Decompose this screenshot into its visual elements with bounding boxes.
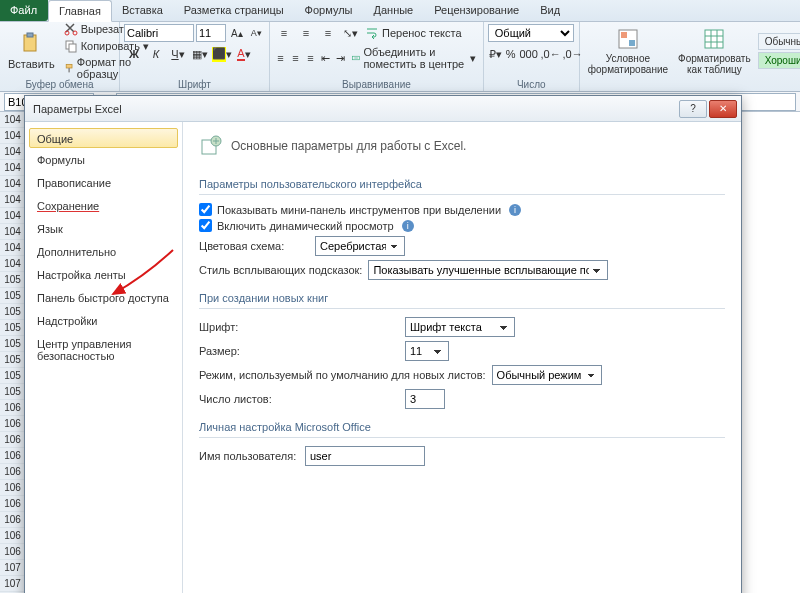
- style-good[interactable]: Хороший: [758, 52, 800, 69]
- align-bottom-button[interactable]: ≡: [318, 24, 338, 42]
- nav-item-надстройки[interactable]: Надстройки: [29, 310, 178, 332]
- default-font-select[interactable]: Шрифт текста: [405, 317, 515, 337]
- lbl-view: Режим, используемый по умолчанию для нов…: [199, 369, 486, 381]
- indent-increase-button[interactable]: ⇥: [334, 49, 347, 67]
- row-header-cell[interactable]: 105: [0, 320, 25, 336]
- username-input[interactable]: [305, 446, 425, 466]
- align-middle-button[interactable]: ≡: [296, 24, 316, 42]
- row-header-cell[interactable]: 106: [0, 416, 25, 432]
- row-header-cell[interactable]: 104: [0, 208, 25, 224]
- row-header-cell[interactable]: 105: [0, 304, 25, 320]
- row-header-cell[interactable]: 104: [0, 144, 25, 160]
- info-icon[interactable]: i: [509, 204, 521, 216]
- default-size-select[interactable]: 11: [405, 341, 449, 361]
- nav-item-центр-управления-безопасностью[interactable]: Центр управления безопасностью: [29, 333, 178, 367]
- align-center-button[interactable]: ≡: [289, 49, 302, 67]
- row-header-cell[interactable]: 106: [0, 400, 25, 416]
- number-format-combo[interactable]: Общий: [488, 24, 574, 42]
- row-header-cell[interactable]: 105: [0, 384, 25, 400]
- italic-button[interactable]: К: [146, 45, 166, 63]
- row-header-cell[interactable]: 105: [0, 272, 25, 288]
- tab-page-layout[interactable]: Разметка страницы: [174, 0, 295, 21]
- conditional-formatting-button[interactable]: Условное форматирование: [584, 25, 672, 77]
- row-header-cell[interactable]: 106: [0, 464, 25, 480]
- row-header-cell[interactable]: 104: [0, 192, 25, 208]
- nav-item-правописание[interactable]: Правописание: [29, 172, 178, 194]
- info-icon[interactable]: i: [402, 220, 414, 232]
- nav-item-общие[interactable]: Общие: [29, 128, 178, 148]
- style-normal[interactable]: Обычный: [758, 33, 800, 50]
- underline-button[interactable]: Ч▾: [168, 45, 188, 63]
- tab-review[interactable]: Рецензирование: [424, 0, 530, 21]
- dialog-titlebar[interactable]: Параметры Excel ? ✕: [25, 96, 741, 122]
- nav-item-дополнительно[interactable]: Дополнительно: [29, 241, 178, 263]
- merge-center-button[interactable]: Объединить и поместить в центре ▾: [349, 45, 479, 71]
- row-header-cell[interactable]: 106: [0, 480, 25, 496]
- indent-decrease-button[interactable]: ⇤: [319, 49, 332, 67]
- row-header-cell[interactable]: 106: [0, 544, 25, 560]
- chk-live-preview[interactable]: [199, 219, 212, 232]
- sheet-count-spinner[interactable]: [405, 389, 445, 409]
- font-name-combo[interactable]: [124, 24, 194, 42]
- align-top-button[interactable]: ≡: [274, 24, 294, 42]
- group-alignment: ≡ ≡ ≡ ⤡▾ Перенос текста ≡ ≡ ≡ ⇤ ⇥ Объеди…: [270, 22, 484, 91]
- tab-insert[interactable]: Вставка: [112, 0, 174, 21]
- tab-home[interactable]: Главная: [48, 0, 112, 22]
- paste-button[interactable]: Вставить: [4, 30, 59, 72]
- font-size-combo[interactable]: [196, 24, 226, 42]
- tab-formulas[interactable]: Формулы: [295, 0, 364, 21]
- row-header-cell[interactable]: 105: [0, 368, 25, 384]
- bold-button[interactable]: Ж: [124, 45, 144, 63]
- currency-button[interactable]: ₽▾: [488, 45, 503, 63]
- row-header-cell[interactable]: 106: [0, 528, 25, 544]
- row-header-cell[interactable]: 105: [0, 352, 25, 368]
- grow-font-button[interactable]: A▴: [228, 24, 246, 42]
- row-header-cell[interactable]: 107: [0, 560, 25, 576]
- align-left-button[interactable]: ≡: [274, 49, 287, 67]
- row-header-cell[interactable]: 104: [0, 224, 25, 240]
- row-header-cell[interactable]: 104: [0, 240, 25, 256]
- default-view-select[interactable]: Обычный режим: [492, 365, 602, 385]
- chk-mini-toolbar[interactable]: [199, 203, 212, 216]
- group-alignment-label: Выравнивание: [270, 79, 483, 90]
- row-header-cell[interactable]: 106: [0, 448, 25, 464]
- row-header-cell[interactable]: 104: [0, 176, 25, 192]
- group-number: Общий ₽▾ % 000 ,0← ,0→ Число: [484, 22, 580, 91]
- row-header-cell[interactable]: 106: [0, 432, 25, 448]
- lbl-color-scheme: Цветовая схема:: [199, 240, 309, 252]
- row-header-cell[interactable]: 106: [0, 496, 25, 512]
- wrap-text-button[interactable]: Перенос текста: [362, 25, 465, 41]
- row-header-cell[interactable]: 104: [0, 160, 25, 176]
- color-scheme-select[interactable]: Серебристая: [315, 236, 405, 256]
- tab-file[interactable]: Файл: [0, 0, 48, 21]
- lbl-font: Шрифт:: [199, 321, 399, 333]
- nav-item-сохранение[interactable]: Сохранение: [29, 195, 178, 217]
- increase-decimal-button[interactable]: ,0←: [541, 45, 561, 63]
- nav-item-формулы[interactable]: Формулы: [29, 149, 178, 171]
- row-header-cell[interactable]: 104: [0, 256, 25, 272]
- orientation-button[interactable]: ⤡▾: [340, 24, 360, 42]
- row-header-cell[interactable]: 104: [0, 112, 25, 128]
- nav-item-панель-быстрого-доступа[interactable]: Панель быстрого доступа: [29, 287, 178, 309]
- options-icon: [199, 134, 223, 158]
- close-button[interactable]: ✕: [709, 100, 737, 118]
- shrink-font-button[interactable]: A▾: [248, 24, 266, 42]
- row-header-cell[interactable]: 104: [0, 128, 25, 144]
- row-header-cell[interactable]: 106: [0, 512, 25, 528]
- help-button[interactable]: ?: [679, 100, 707, 118]
- fill-color-button[interactable]: ⬛▾: [212, 45, 232, 63]
- row-header-cell[interactable]: 107: [0, 576, 25, 592]
- font-color-button[interactable]: A▾: [234, 45, 254, 63]
- row-header-cell[interactable]: 105: [0, 336, 25, 352]
- percent-button[interactable]: %: [505, 45, 517, 63]
- nav-item-язык[interactable]: Язык: [29, 218, 178, 240]
- screentip-select[interactable]: Показывать улучшенные всплывающие подска…: [368, 260, 608, 280]
- tab-view[interactable]: Вид: [530, 0, 571, 21]
- align-right-button[interactable]: ≡: [304, 49, 317, 67]
- format-as-table-button[interactable]: Форматировать как таблицу: [674, 25, 755, 77]
- border-button[interactable]: ▦▾: [190, 45, 210, 63]
- nav-item-настройка-ленты[interactable]: Настройка ленты: [29, 264, 178, 286]
- tab-data[interactable]: Данные: [363, 0, 424, 21]
- comma-button[interactable]: 000: [519, 45, 539, 63]
- row-header-cell[interactable]: 105: [0, 288, 25, 304]
